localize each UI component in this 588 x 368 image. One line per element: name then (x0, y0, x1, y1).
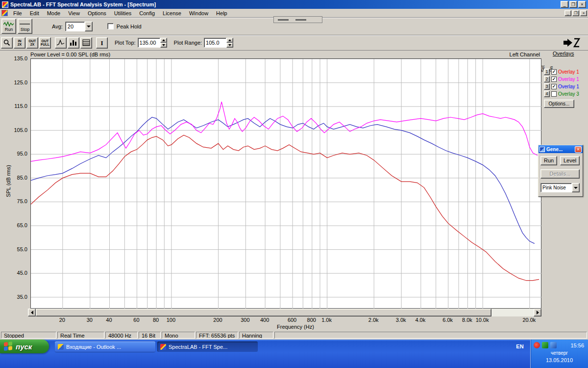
taskbar-item-spectralab[interactable]: SpectraLAB - FFT Spe... (157, 342, 258, 352)
plot-range-down-icon[interactable] (226, 43, 233, 48)
peak-hold-checkbox[interactable] (107, 23, 114, 29)
plot-canvas[interactable] (30, 58, 541, 309)
menu-utilities[interactable]: Utilities (110, 9, 135, 17)
x-tick-label: 20 (51, 317, 73, 323)
bar-view-button[interactable] (68, 37, 79, 49)
y-tick-label: 95.0 (11, 151, 27, 157)
x-tick-label: 600 (281, 317, 303, 323)
restore-icon[interactable]: ❐ (569, 1, 577, 8)
generator-close-icon[interactable]: × (575, 146, 582, 153)
generator-level-button[interactable]: Level (560, 156, 580, 165)
minimize-icon[interactable]: _ (561, 1, 568, 8)
zoom-in-2x-label: IN (18, 39, 22, 43)
spectrum-view-button[interactable] (55, 37, 67, 49)
taskbar-item-outlook[interactable]: Входящие - Outlook ... (55, 342, 155, 352)
plot-range-spinner[interactable] (226, 38, 233, 48)
peak-hold-control[interactable]: Peak Hold (107, 23, 142, 29)
tray-clock[interactable]: 15:56 (570, 342, 584, 348)
spectrogram-icon (82, 39, 90, 46)
overlay-3-checkbox[interactable]: ✓ (551, 84, 557, 89)
generator-titlebar[interactable]: Gene... × (539, 145, 583, 153)
marker-button[interactable]: I (96, 37, 108, 49)
overlay-4-set-button[interactable]: 4 (544, 91, 550, 97)
avg-value[interactable]: 20 (65, 22, 85, 31)
overlays-options-button[interactable]: Options... (544, 100, 574, 108)
generator-noise-value[interactable]: Pink Noise (540, 183, 572, 192)
menu-mode[interactable]: Mode (43, 9, 65, 17)
zoom-out-2x-button[interactable]: OUT 2X (26, 37, 38, 49)
zoom-out-full-button[interactable]: OUT FULL (39, 37, 51, 49)
plot-top-field[interactable]: 135.00 (138, 38, 160, 48)
generator-toolbar-icon[interactable] (563, 37, 581, 49)
overlay-3-set-button[interactable]: 3 (544, 83, 550, 90)
child-close-icon[interactable]: × (580, 10, 587, 16)
windows-logo-icon (4, 342, 13, 351)
scroll-right-icon[interactable] (534, 309, 541, 316)
generator-noise-dropdown-icon[interactable] (572, 183, 580, 192)
start-button[interactable]: пуск (0, 340, 49, 353)
peak-hold-label: Peak Hold (117, 24, 142, 29)
bar-graph-icon (70, 39, 77, 46)
y-tick-label: 65.0 (11, 222, 27, 228)
menu-options[interactable]: Options (84, 9, 110, 17)
zoom-button[interactable] (1, 37, 13, 49)
horizontal-scrollbar[interactable] (28, 309, 541, 316)
menu-edit[interactable]: Edit (26, 9, 43, 17)
overlay-row-2: 2 ✓ Overlay 1 (544, 76, 579, 83)
stop-waveform-icon (20, 21, 30, 27)
power-level-readout: Power Level = 0.00 SPL (dB rms) (30, 52, 110, 57)
x-tick-label: 4.0k (410, 317, 431, 323)
generator-run-button[interactable]: Run (540, 156, 557, 165)
overlay-1-label: Overlay 1 (558, 69, 579, 75)
status-spacer (274, 332, 587, 339)
close-icon[interactable]: × (578, 1, 586, 8)
plot-top-down-icon[interactable] (160, 43, 167, 48)
overlays-panel: Overlays Set On 1 ✓ Overlay 1 2 ✓ Overla… (544, 51, 588, 57)
tray-volume-icon[interactable] (550, 342, 557, 348)
overlay-4-checkbox[interactable] (551, 91, 557, 97)
avg-combobox[interactable]: 20 (65, 22, 93, 31)
zoom-in-2x-button[interactable]: IN 2X (14, 37, 25, 49)
overlay-1-checkbox[interactable]: ✓ (551, 69, 557, 75)
run-button[interactable]: Run (1, 19, 16, 34)
plot-top-spinner[interactable] (160, 38, 167, 48)
plot-range-label: Plot Range: (174, 40, 202, 46)
y-tick-label: 45.0 (11, 270, 27, 276)
x-tick-label: 10.0k (471, 317, 493, 323)
overlays-title[interactable]: Overlays (553, 51, 588, 56)
taskbar-item-outlook-label: Входящие - Outlook ... (66, 344, 121, 350)
scroll-left-icon[interactable] (28, 309, 36, 316)
menu-help[interactable]: Help (212, 9, 231, 17)
overlay-1-set-button[interactable]: 1 (544, 69, 550, 75)
stop-button[interactable]: Stop (18, 19, 32, 34)
tray-antivirus-icon[interactable] (534, 342, 540, 348)
run-button-label: Run (5, 27, 13, 32)
tray-status-icon[interactable] (542, 342, 548, 348)
tray-date: 13.05.2010 (531, 357, 588, 363)
avg-dropdown-icon[interactable] (85, 22, 93, 31)
titlebar[interactable]: SpectraLAB - FFT Spectral Analysis Syste… (0, 0, 588, 9)
x-tick-label: 300 (234, 317, 256, 323)
plot-range-up-icon[interactable] (226, 38, 233, 43)
plot-range-field[interactable]: 105.0 (204, 38, 226, 48)
overlay-2-checkbox[interactable]: ✓ (551, 77, 557, 82)
overlay-2-set-button[interactable]: 2 (544, 76, 550, 82)
spectrum-child-icon[interactable] (1, 10, 8, 16)
menu-window[interactable]: Window (185, 9, 212, 17)
y-tick-label: 105.0 (11, 127, 27, 133)
generator-details-button[interactable]: Details... (540, 169, 580, 179)
taskbar-item-spectralab-label: SpectraLAB - FFT Spe... (169, 344, 227, 350)
language-indicator[interactable]: EN (514, 342, 526, 351)
plot-top-up-icon[interactable] (160, 38, 167, 43)
menu-file[interactable]: File (9, 9, 26, 17)
x-tick-label: 6.0k (437, 317, 459, 323)
child-minimize-icon[interactable]: _ (564, 10, 571, 16)
menu-config[interactable]: Config (135, 9, 159, 17)
menu-license[interactable]: License (159, 9, 185, 17)
menu-view[interactable]: View (64, 9, 84, 17)
system-tray: 15:56 четверг 13.05.2010 (530, 340, 588, 368)
child-restore-icon[interactable]: ❐ (572, 10, 579, 16)
scrollbar-thumb[interactable] (36, 309, 491, 316)
generator-noise-combobox[interactable]: Pink Noise (540, 183, 581, 192)
spectrogram-view-button[interactable] (80, 37, 92, 49)
